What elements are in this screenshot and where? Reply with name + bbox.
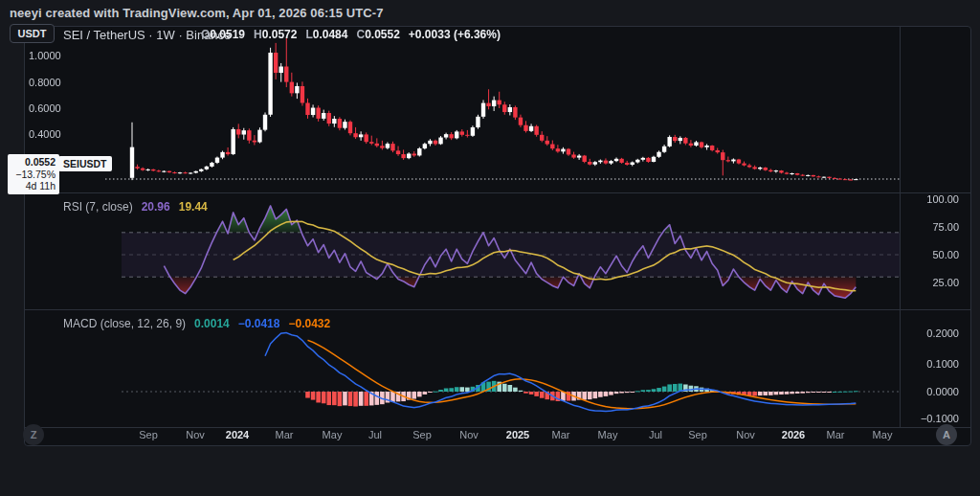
change-value: +0.0033 (+6.36%) — [409, 28, 501, 41]
ohlc-pair: C0.0552 — [356, 28, 399, 41]
rsi-ma-value: 19.44 — [179, 200, 208, 214]
timezone-button[interactable]: Z — [23, 424, 44, 445]
time-axis-month-label: Nov — [736, 429, 755, 440]
ohlc-pair: O0.0519 — [201, 28, 245, 41]
flag-change-pct: −13.75% — [10, 169, 56, 181]
time-axis-month-label: May — [598, 429, 618, 440]
time-axis-month-label: May — [873, 429, 893, 440]
macd-axis-label: 0.0000 — [903, 386, 959, 397]
time-axis-month-label: Jul — [368, 429, 382, 440]
time-axis-border — [24, 427, 971, 428]
rsi-axis-label: 25.00 — [903, 277, 959, 288]
time-axis-month-label: Mar — [827, 429, 845, 440]
time-axis-month-label: Mar — [552, 429, 570, 440]
rsi-title[interactable]: RSI (7, close) — [63, 200, 133, 214]
right-axis-border — [900, 26, 901, 427]
rsi-legend: RSI (7, close) 20.96 19.44 — [63, 200, 208, 214]
macd-hist-value: 0.0014 — [194, 317, 230, 330]
pane-separator-rsi-macd[interactable] — [24, 309, 971, 310]
macd-line-value: −0.0418 — [238, 317, 280, 330]
ohlc-pair: L0.0484 — [305, 28, 347, 41]
time-axis-year-label: 2024 — [226, 429, 249, 440]
time-axis-month-label: May — [323, 429, 343, 440]
time-axis-month-label: Nov — [186, 429, 205, 440]
rsi-value: 20.96 — [142, 200, 170, 214]
time-axis-month-label: Jul — [649, 429, 662, 440]
macd-axis-label: 0.2000 — [903, 327, 959, 339]
macd-legend: MACD (close, 12, 26, 9) 0.0014 −0.0418 −… — [63, 317, 330, 330]
macd-axis-label: −0.1000 — [903, 413, 959, 424]
time-axis-month-label: Sep — [412, 429, 432, 440]
pane-separator-price-rsi[interactable] — [24, 192, 971, 193]
rsi-axis-label: 75.00 — [903, 221, 959, 233]
price-axis-label: 0.6000 — [29, 102, 61, 114]
price-axis-label: 1.0000 — [29, 50, 61, 61]
time-axis-month-label: Sep — [688, 429, 707, 440]
rsi-axis-label: 50.00 — [903, 249, 959, 260]
chart-canvas[interactable] — [0, 0, 980, 496]
time-axis-month-label: Sep — [139, 429, 158, 440]
macd-title[interactable]: MACD (close, 12, 26, 9) — [63, 317, 186, 330]
price-axis-label: 0.8000 — [29, 77, 61, 88]
current-price-flag: 0.0552 −13.75% 4d 11h — [8, 154, 59, 194]
flag-price: 0.0552 — [10, 156, 56, 169]
time-axis-year-label: 2026 — [782, 429, 805, 440]
ohlc-pair: H0.0572 — [254, 28, 297, 41]
auto-scale-button[interactable]: A — [936, 424, 957, 445]
ohlc-values: O0.0519H0.0572L0.0484C0.0552+0.0033 (+6.… — [201, 28, 501, 41]
currency-toggle-button[interactable]: USDT — [10, 24, 55, 43]
time-axis-year-label: 2025 — [506, 429, 529, 440]
macd-axis-label: 0.1000 — [903, 358, 959, 370]
macd-signal-value: −0.0432 — [288, 317, 330, 330]
time-axis-month-label: Mar — [276, 429, 294, 440]
time-axis-month-label: Nov — [459, 429, 479, 440]
rsi-axis-label: 100.00 — [903, 193, 959, 205]
symbol-flag: SEIUSDT — [58, 156, 112, 171]
flag-countdown: 4d 11h — [10, 180, 56, 192]
price-axis-label: 0.4000 — [29, 128, 61, 140]
